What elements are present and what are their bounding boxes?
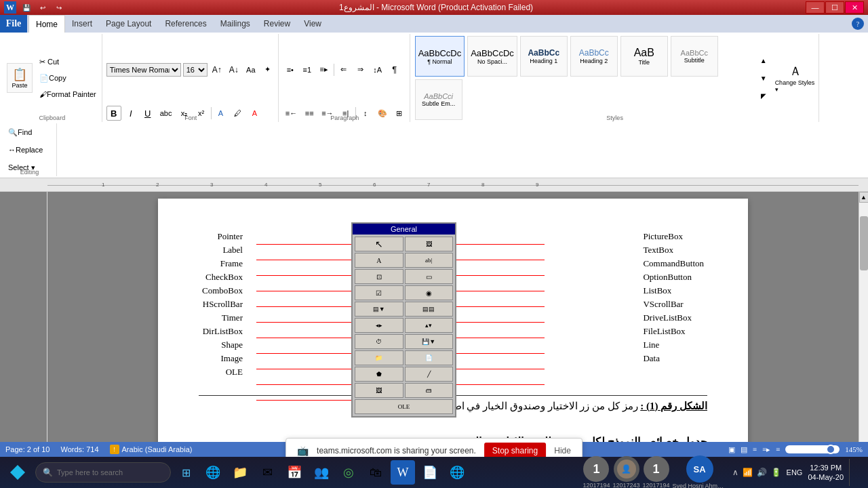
paste-button[interactable]: 📋 Paste — [7, 63, 33, 93]
avatar-1[interactable]: 1 — [583, 456, 609, 482]
line-spacing-button[interactable]: ↕ — [358, 106, 373, 121]
zoom-slider[interactable] — [785, 445, 840, 453]
change-case-button[interactable]: Aa — [243, 62, 258, 77]
avatar-3[interactable]: 1 — [644, 456, 669, 482]
style-heading1[interactable]: AaBbCc Heading 1 — [520, 36, 568, 77]
sort-button[interactable]: ↕A — [370, 62, 385, 77]
show-desktop-button[interactable] — [849, 459, 865, 486]
close-button[interactable]: ✕ — [845, 1, 864, 14]
print-layout-button[interactable]: ▣ — [728, 445, 735, 454]
web-layout-button[interactable]: ≡ — [753, 445, 757, 453]
maximize-button[interactable]: ☐ — [825, 1, 844, 14]
network-icon[interactable]: 📶 — [743, 468, 753, 478]
left-labels: Pointer Label Frame CheckBox ComboBox HS… — [202, 231, 243, 378]
edge-icon[interactable]: 🌐 — [201, 460, 225, 485]
start-button[interactable] — [3, 459, 33, 486]
explorer-icon[interactable]: 📁 — [228, 460, 252, 485]
calendar-icon[interactable]: 📅 — [282, 460, 307, 485]
taskbar-search[interactable]: 🔍 — [35, 462, 171, 483]
chrome-icon[interactable]: ◎ — [336, 460, 361, 485]
numbering-button[interactable]: ≡1 — [300, 62, 315, 77]
underline-button[interactable]: U — [140, 106, 155, 121]
taskview-button[interactable]: ⊞ — [174, 460, 198, 485]
italic-button[interactable]: I — [123, 106, 138, 121]
borders-button[interactable]: ⊞ — [392, 106, 407, 121]
bold-button[interactable]: B — [106, 106, 121, 121]
align-left-button[interactable]: ≡← — [283, 106, 300, 121]
style-title[interactable]: AaB Title — [620, 36, 668, 77]
copy-button[interactable]: 📄 Copy — [37, 70, 99, 85]
conn-r-6 — [456, 316, 545, 329]
styles-more[interactable]: ◤ — [756, 88, 771, 103]
redo-icon[interactable]: ↪ — [52, 0, 66, 15]
scroll-thumb[interactable] — [860, 216, 868, 270]
clear-format-button[interactable]: ✦ — [260, 62, 275, 77]
font-color-button[interactable]: A — [248, 106, 262, 121]
tab-references[interactable]: References — [158, 15, 213, 33]
styles-scroll-up[interactable]: ▲ — [756, 53, 771, 68]
system-clock[interactable]: 12:39 PM 04-May-20 — [808, 463, 844, 483]
outline-button[interactable]: ≡▸ — [762, 445, 770, 454]
increase-indent-button[interactable]: ⇒ — [353, 62, 368, 77]
styles-group: AaBbCcDc ¶ Normal AaBbCcDc No Spaci... A… — [412, 34, 819, 122]
avatar-2[interactable]: 👤 — [614, 456, 639, 482]
align-center-button[interactable]: ≡≡ — [302, 106, 317, 121]
language-indicator[interactable]: ENG — [787, 468, 803, 476]
chrome2-icon[interactable]: 🌐 — [445, 460, 469, 485]
multilevel-button[interactable]: ≡▸ — [317, 62, 332, 77]
hide-button[interactable]: Hide — [554, 446, 571, 455]
tab-home[interactable]: Home — [28, 15, 65, 33]
chevron-up-icon[interactable]: ∧ — [732, 468, 738, 478]
replace-button[interactable]: ↔ Replace — [5, 142, 54, 157]
decrease-indent-button[interactable]: ⇐ — [336, 62, 351, 77]
minimize-button[interactable]: — — [806, 1, 825, 14]
change-styles-button[interactable]: Ａ Change Styles ▾ — [775, 63, 816, 93]
avatar-2-img: 👤 — [617, 460, 636, 479]
help-icon[interactable]: ? — [852, 18, 864, 30]
tab-mailings[interactable]: Mailings — [214, 15, 257, 33]
show-formatting-button[interactable]: ¶ — [387, 62, 402, 77]
font-size-select[interactable]: 16 — [183, 63, 208, 77]
label-checkbox: CheckBox — [202, 272, 243, 283]
style-normal[interactable]: AaBbCcDc ¶ Normal — [415, 36, 465, 77]
draft-button[interactable]: ≡ — [776, 445, 780, 453]
tab-view[interactable]: View — [297, 15, 328, 33]
shrink-font-button[interactable]: A↓ — [226, 62, 241, 77]
strikethrough-button[interactable]: abc — [157, 106, 175, 121]
teams-icon[interactable]: 👥 — [309, 460, 334, 485]
pdf-icon[interactable]: 📄 — [418, 460, 442, 485]
highlight-button[interactable]: 🖊 — [231, 106, 245, 121]
zoom-thumb[interactable] — [826, 445, 835, 454]
styles-scroll-down[interactable]: ▼ — [756, 70, 771, 85]
save-icon[interactable]: 💾 — [19, 0, 34, 15]
battery-icon[interactable]: 🔋 — [771, 468, 781, 478]
style-subtitle[interactable]: AaBbCc Subtitle — [671, 36, 718, 77]
bullets-button[interactable]: ≡• — [283, 62, 298, 77]
search-input[interactable] — [57, 468, 152, 476]
full-screen-button[interactable]: ▤ — [741, 445, 747, 454]
style-heading2[interactable]: AaBbCc Heading 2 — [570, 36, 618, 77]
cut-button[interactable]: ✂ Cut — [37, 54, 99, 69]
tab-review[interactable]: Review — [257, 15, 297, 33]
style-subtle-em[interactable]: AaBbCci Subtle Em... — [415, 79, 462, 120]
sharing-message: teams.microsoft.com is sharing your scre… — [317, 446, 476, 455]
undo-icon[interactable]: ↩ — [35, 0, 50, 15]
ruler-mark-9: 9 — [536, 182, 538, 188]
word-taskbar-icon[interactable]: W — [391, 460, 415, 485]
mail-icon[interactable]: ✉ — [255, 460, 279, 485]
sound-icon[interactable]: 🔊 — [757, 468, 767, 478]
shading-button[interactable]: 🎨 — [375, 106, 390, 121]
grow-font-button[interactable]: A↑ — [210, 62, 224, 77]
store-icon[interactable]: 🛍 — [363, 460, 388, 485]
text-effects-button[interactable]: A — [214, 106, 229, 121]
tab-insert[interactable]: Insert — [65, 15, 99, 33]
scroll-up-button[interactable]: ▲ — [859, 192, 869, 203]
font-family-select[interactable]: Times New Roman — [106, 63, 181, 77]
avatar-4[interactable]: SA — [686, 455, 713, 483]
find-button[interactable]: 🔍 Find — [5, 125, 54, 140]
tab-page-layout[interactable]: Page Layout — [99, 15, 158, 33]
file-tab[interactable]: File — [0, 15, 27, 33]
editing-label: Editing — [20, 169, 39, 176]
format-painter-button[interactable]: 🖌 Format Painter — [37, 87, 99, 102]
style-no-spacing[interactable]: AaBbCcDc No Spaci... — [467, 36, 517, 77]
